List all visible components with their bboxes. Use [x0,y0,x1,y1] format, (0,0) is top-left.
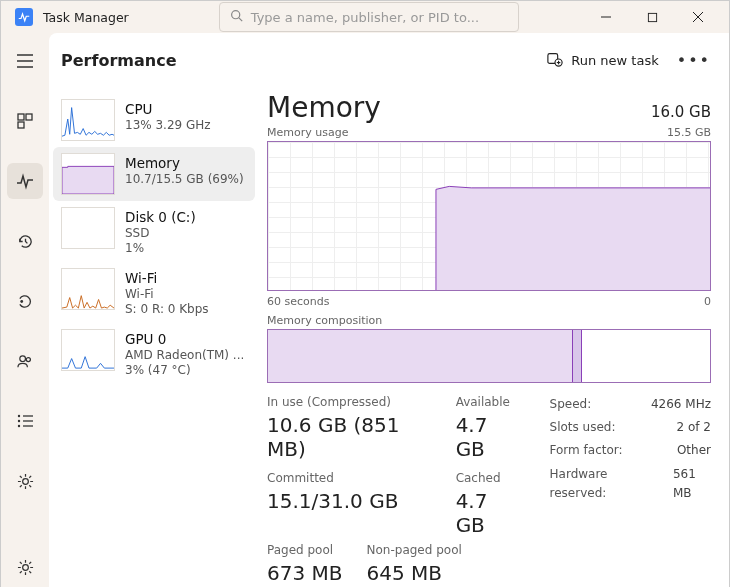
sidebar-item-sub: 10.7/15.5 GB (69%) [125,172,244,187]
available-label: Available [456,395,514,409]
meta-info: Speed:4266 MHz Slots used:2 of 2 Form fa… [550,395,711,537]
nav-services[interactable] [7,463,43,499]
sidebar-item-label: GPU 0 [125,331,244,348]
sidebar-item-sub: AMD Radeon(TM) ... [125,348,244,363]
svg-point-15 [18,415,20,417]
svg-rect-3 [648,13,656,21]
sidebar-item-cpu[interactable]: CPU 13% 3.29 GHz [53,93,255,147]
svg-point-22 [22,564,28,570]
svg-point-13 [19,355,25,361]
cpu-thumbnail [61,99,115,141]
svg-line-1 [239,18,242,21]
titlebar: Task Manager Type a name, publisher, or … [1,1,729,33]
sidebar-item-wifi[interactable]: Wi-Fi Wi-Fi S: 0 R: 0 Kbps [53,262,255,323]
performance-sidebar: CPU 13% 3.29 GHz Memory 10.7/15.5 GB (69… [49,87,259,587]
nav-details[interactable] [7,403,43,439]
nonpaged-value: 645 MB [367,561,462,585]
sidebar-item-label: CPU [125,101,211,118]
minimize-button[interactable] [583,1,629,33]
nav-app-history[interactable] [7,223,43,259]
gpu-thumbnail [61,329,115,371]
nav-startup-apps[interactable] [7,283,43,319]
sidebar-item-label: Memory [125,155,244,172]
svg-point-12 [20,300,23,303]
committed-label: Committed [267,471,420,485]
sidebar-item-label: Disk 0 (C:) [125,209,196,226]
page-header: Performance Run new task ••• [49,33,729,87]
sidebar-item-sub: SSD [125,226,196,241]
sidebar-item-sub2: S: 0 R: 0 Kbps [125,302,209,317]
memory-composition-chart [267,329,711,383]
memory-usage-chart [267,141,711,291]
nav-performance[interactable] [7,163,43,199]
in-use-label: In use (Compressed) [267,395,420,409]
detail-panel: Memory 16.0 GB Memory usage 15.5 GB [259,87,729,587]
detail-title: Memory [267,91,381,124]
usage-label: Memory usage [267,126,348,139]
svg-point-14 [26,357,30,361]
disk-thumbnail [61,207,115,249]
window-controls [583,1,721,33]
sidebar-item-sub2: 1% [125,241,196,256]
run-task-label: Run new task [571,53,658,68]
memory-thumbnail [61,153,115,195]
sidebar-item-label: Wi-Fi [125,270,209,287]
search-icon [230,9,243,25]
nav-menu-button[interactable] [7,43,43,79]
task-manager-window: Task Manager Type a name, publisher, or … [0,0,730,587]
sidebar-item-gpu[interactable]: GPU 0 AMD Radeon(TM) ... 3% (47 °C) [53,323,255,384]
nav-rail [1,33,49,587]
more-button[interactable]: ••• [677,51,711,70]
in-use-value: 10.6 GB (851 MB) [267,413,420,461]
sidebar-item-sub: 13% 3.29 GHz [125,118,211,133]
app-title: Task Manager [43,10,129,25]
close-button[interactable] [675,1,721,33]
cached-label: Cached [456,471,514,485]
svg-point-19 [18,425,20,427]
svg-rect-9 [18,114,24,120]
wifi-thumbnail [61,268,115,310]
search-input[interactable]: Type a name, publisher, or PID to... [219,2,519,32]
nav-users[interactable] [7,343,43,379]
nav-processes[interactable] [7,103,43,139]
sidebar-item-sub2: 3% (47 °C) [125,363,244,378]
sidebar-item-disk[interactable]: Disk 0 (C:) SSD 1% [53,201,255,262]
available-value: 4.7 GB [456,413,514,461]
run-new-task-button[interactable]: Run new task [547,51,658,70]
maximize-button[interactable] [629,1,675,33]
paged-value: 673 MB [267,561,343,585]
detail-total: 16.0 GB [651,103,711,121]
cached-value: 4.7 GB [456,489,514,537]
sidebar-item-memory[interactable]: Memory 10.7/15.5 GB (69%) [53,147,255,201]
paged-label: Paged pool [267,543,343,557]
committed-value: 15.1/31.0 GB [267,489,420,513]
run-task-icon [547,51,563,70]
svg-rect-10 [26,114,32,120]
svg-point-17 [18,420,20,422]
svg-rect-11 [18,122,24,128]
usage-max: 15.5 GB [667,126,711,139]
page-title: Performance [61,51,177,70]
svg-point-0 [231,11,239,19]
nonpaged-label: Non-paged pool [367,543,462,557]
nav-settings[interactable] [7,549,43,585]
sidebar-item-sub: Wi-Fi [125,287,209,302]
composition-label: Memory composition [267,314,711,327]
x-axis-left: 60 seconds [267,295,329,308]
search-placeholder: Type a name, publisher, or PID to... [251,10,479,25]
content-panel: Performance Run new task ••• [49,33,729,587]
x-axis-right: 0 [704,295,711,308]
svg-point-21 [22,478,28,484]
app-icon [15,8,33,26]
